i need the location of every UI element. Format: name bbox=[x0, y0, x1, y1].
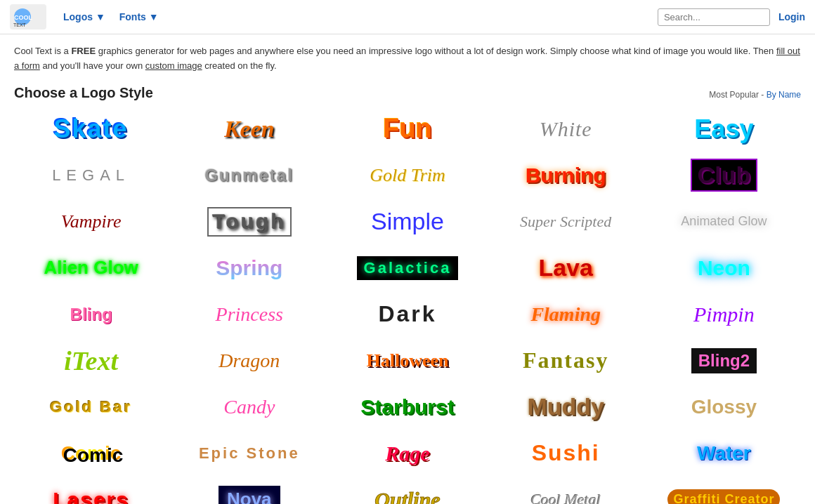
logo-text-lava: Lava bbox=[538, 254, 593, 281]
logo-text-spring: Spring bbox=[216, 256, 282, 280]
logo-text-comic: Comic bbox=[61, 442, 122, 465]
logo-text-graffiti-creator: Graffiti Creator bbox=[667, 489, 780, 504]
logo-text-fantasy: Fantasy bbox=[523, 347, 608, 373]
logo-cell-fantasy[interactable]: Fantasy bbox=[489, 340, 643, 382]
logo-text-dark: Dark bbox=[378, 301, 436, 327]
logo-text-lasers: Lasers bbox=[53, 488, 129, 504]
logo-text-itext: iText bbox=[64, 345, 118, 376]
logo-cell-epic-stone[interactable]: Epic Stone bbox=[172, 432, 326, 475]
logo-cell-vampire[interactable]: Vampire bbox=[14, 201, 168, 243]
nav-area: Logos ▼ Fonts ▼ bbox=[63, 11, 159, 22]
logo-cell-bling[interactable]: Bling bbox=[14, 293, 168, 336]
logo-cell-gold-bar[interactable]: Gold Bar bbox=[14, 386, 168, 428]
logo-cell-cool-metal[interactable]: Cool Metal bbox=[489, 479, 643, 504]
logo-text-outline: Outline bbox=[374, 488, 440, 504]
sort-by-name-link[interactable]: By Name bbox=[767, 90, 801, 100]
logo-cell-white[interactable]: White bbox=[489, 108, 643, 150]
nav-fonts[interactable]: Fonts ▼ bbox=[119, 11, 159, 22]
logo-cell-dark[interactable]: Dark bbox=[330, 293, 484, 336]
logo-cell-outline[interactable]: Outline bbox=[330, 479, 484, 504]
logo-text-rage: Rage bbox=[385, 442, 429, 465]
logo-text-water: Water bbox=[697, 442, 751, 465]
logo-cell-spring[interactable]: Spring bbox=[172, 247, 326, 289]
logo-text-pimpin: Pimpin bbox=[693, 303, 755, 326]
logo-text-candy: Candy bbox=[223, 396, 275, 418]
logo-text-muddy: Muddy bbox=[527, 393, 604, 420]
sort-area: Most Popular - By Name bbox=[709, 90, 801, 100]
cooltext-logo-icon: COOL TEXT bbox=[10, 4, 46, 29]
logo-cell-starburst[interactable]: Starburst bbox=[330, 386, 484, 428]
logo-cell-super-scripted[interactable]: Super Scripted bbox=[489, 201, 643, 243]
logo-cell-flaming[interactable]: Flaming bbox=[489, 293, 643, 336]
logo-cell-animated-glow[interactable]: Animated Glow bbox=[647, 201, 801, 243]
logo-cell-legal[interactable]: Legal bbox=[14, 154, 168, 197]
logo-cell-gold-trim[interactable]: Gold Trim bbox=[330, 154, 484, 197]
logo-cell-bling2[interactable]: Bling2 bbox=[647, 340, 801, 382]
svg-text:TEXT: TEXT bbox=[13, 22, 27, 27]
logo-text-burning: Burning bbox=[526, 164, 606, 187]
logo-cell-club[interactable]: Club bbox=[647, 154, 801, 197]
logo-cell-keen[interactable]: Keen bbox=[172, 108, 326, 150]
intro-custom: custom image bbox=[145, 60, 202, 71]
main-content: Choose a Logo Style Most Popular - By Na… bbox=[0, 78, 815, 504]
logo-cell-sushi[interactable]: Sushi bbox=[489, 432, 643, 475]
logo-cell-halloween[interactable]: Halloween bbox=[330, 340, 484, 382]
logo-cell-nova[interactable]: Nova bbox=[172, 479, 326, 504]
section-title: Choose a Logo Style bbox=[14, 85, 153, 101]
logo-cell-tough[interactable]: Tough bbox=[172, 201, 326, 243]
logo-cell-itext[interactable]: iText bbox=[14, 340, 168, 382]
logo-text-galactica: Galactica bbox=[357, 256, 459, 280]
logo-text-vampire: Vampire bbox=[61, 211, 122, 232]
logo-cell-burning[interactable]: Burning bbox=[489, 154, 643, 197]
logo-text-glossy: Glossy bbox=[691, 396, 757, 418]
logo-text-alien-glow: Alien Glow bbox=[44, 257, 138, 279]
logo-text-gunmetal: Gunmetal bbox=[204, 166, 294, 185]
logo-cell-lava[interactable]: Lava bbox=[489, 247, 643, 289]
logo-grid: SkateKeenFunWhiteEasyLegalGunmetalGold T… bbox=[14, 108, 801, 504]
logo-text-bling2: Bling2 bbox=[691, 348, 757, 373]
logo-text-halloween: Halloween bbox=[366, 350, 448, 371]
logo-text-animated-glow: Animated Glow bbox=[681, 214, 767, 229]
intro-text: Cool Text is a FREE graphics generator f… bbox=[0, 34, 815, 78]
logo-text-starburst: Starburst bbox=[360, 395, 454, 419]
logo-cell-muddy[interactable]: Muddy bbox=[489, 386, 643, 428]
logo-cell-skate[interactable]: Skate bbox=[14, 108, 168, 150]
logo-cell-pimpin[interactable]: Pimpin bbox=[647, 293, 801, 336]
svg-text:COOL: COOL bbox=[14, 14, 33, 21]
logo-cell-fun[interactable]: Fun bbox=[330, 108, 484, 150]
logo-cell-galactica[interactable]: Galactica bbox=[330, 247, 484, 289]
login-link[interactable]: Login bbox=[778, 11, 805, 22]
section-header: Choose a Logo Style Most Popular - By Na… bbox=[14, 85, 801, 101]
logo-area[interactable]: COOL TEXT bbox=[10, 4, 46, 29]
logo-text-legal: Legal bbox=[52, 166, 130, 185]
intro-bold: FREE bbox=[71, 46, 96, 56]
logo-cell-lasers[interactable]: Lasers bbox=[14, 479, 168, 504]
nav-logos[interactable]: Logos ▼ bbox=[63, 11, 105, 22]
logo-cell-candy[interactable]: Candy bbox=[172, 386, 326, 428]
logo-cell-graffiti-creator[interactable]: Graffiti Creator bbox=[647, 479, 801, 504]
logo-text-fun: Fun bbox=[383, 114, 432, 144]
search-area: Login bbox=[658, 8, 805, 26]
logo-cell-alien-glow[interactable]: Alien Glow bbox=[14, 247, 168, 289]
logo-text-simple: Simple bbox=[371, 208, 444, 235]
logo-cell-water[interactable]: Water bbox=[647, 432, 801, 475]
logo-text-bling: Bling bbox=[70, 305, 112, 324]
search-input[interactable] bbox=[658, 8, 770, 26]
logo-text-white: White bbox=[540, 117, 592, 141]
logo-text-neon: Neon bbox=[698, 256, 750, 280]
logo-cell-princess[interactable]: Princess bbox=[172, 293, 326, 336]
logo-cell-dragon[interactable]: Dragon bbox=[172, 340, 326, 382]
logo-cell-simple[interactable]: Simple bbox=[330, 201, 484, 243]
logo-text-princess: Princess bbox=[216, 303, 283, 326]
logo-cell-gunmetal[interactable]: Gunmetal bbox=[172, 154, 326, 197]
sort-label: Most Popular - bbox=[709, 90, 766, 100]
logo-text-gold-bar: Gold Bar bbox=[50, 398, 132, 416]
logo-cell-easy[interactable]: Easy bbox=[647, 108, 801, 150]
logo-cell-comic[interactable]: Comic bbox=[14, 432, 168, 475]
intro-part2: graphics generator for web pages and any… bbox=[96, 46, 776, 56]
logo-text-sushi: Sushi bbox=[532, 440, 600, 466]
logo-cell-rage[interactable]: Rage bbox=[330, 432, 484, 475]
intro-part4: created on the fly. bbox=[202, 60, 277, 71]
logo-cell-glossy[interactable]: Glossy bbox=[647, 386, 801, 428]
logo-cell-neon[interactable]: Neon bbox=[647, 247, 801, 289]
